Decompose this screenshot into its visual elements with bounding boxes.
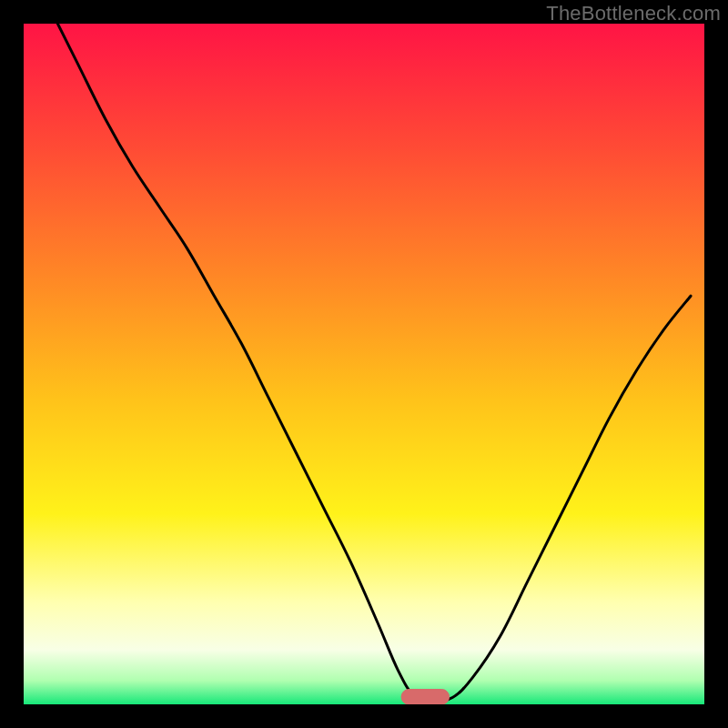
chart-frame: TheBottleneck.com — [0, 0, 728, 728]
chart-background — [24, 24, 704, 704]
attribution-text: TheBottleneck.com — [546, 2, 721, 25]
chart-plot-area — [24, 24, 704, 704]
chart-svg — [24, 24, 704, 704]
optimal-marker — [401, 690, 449, 704]
